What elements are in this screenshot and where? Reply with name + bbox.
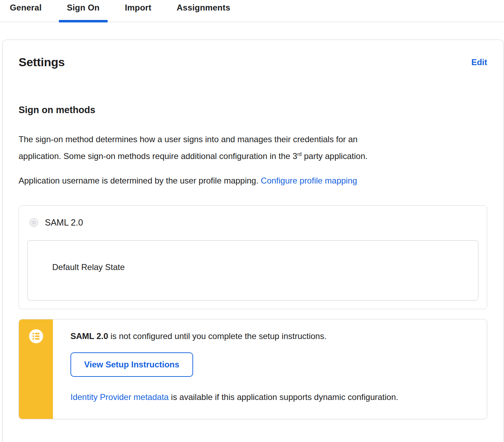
default-relay-state-label: Default Relay State: [52, 262, 125, 272]
configure-profile-mapping-link[interactable]: Configure profile mapping: [261, 176, 357, 185]
description-line2-start: application. Some sign-on methods requir…: [19, 151, 297, 161]
saml-radio-button[interactable]: [29, 218, 38, 227]
username-note: Application username is determined by th…: [19, 172, 487, 189]
saml-option-box: SAML 2.0 Default Relay State: [19, 205, 487, 309]
sign-on-methods-heading: Sign on methods: [19, 105, 487, 116]
warning-app-name: SAML 2.0: [70, 331, 108, 341]
tab-bar: General Sign On Import Assignments: [0, 0, 504, 22]
bullet-list-icon: [29, 329, 43, 343]
settings-card: Settings Edit Sign on methods The sign-o…: [2, 40, 504, 442]
description-line1: The sign-on method determines how a user…: [19, 134, 357, 144]
view-setup-instructions-button[interactable]: View Setup Instructions: [70, 352, 193, 377]
edit-button[interactable]: Edit: [471, 57, 487, 67]
tab-assignments[interactable]: Assignments: [169, 0, 238, 22]
warning-banner-stripe: [19, 319, 53, 419]
warning-banner-content: SAML 2.0 is not configured until you com…: [53, 319, 487, 419]
metadata-note: Identity Provider metadata is available …: [70, 392, 473, 403]
saml-radio-row: SAML 2.0: [27, 217, 478, 228]
tab-import[interactable]: Import: [117, 0, 159, 22]
metadata-note-text: is available if this application support…: [169, 392, 398, 402]
description-line2-end: party application.: [302, 151, 368, 161]
identity-provider-metadata-link[interactable]: Identity Provider metadata: [70, 392, 169, 402]
settings-card-header: Settings Edit: [19, 55, 487, 69]
sign-on-method-description: The sign-on method determines how a user…: [19, 131, 487, 165]
default-relay-state-fieldset: Default Relay State: [27, 240, 478, 301]
username-note-text: Application username is determined by th…: [19, 176, 261, 185]
saml-setup-warning-banner: SAML 2.0 is not configured until you com…: [19, 319, 487, 419]
saml-radio-label: SAML 2.0: [45, 217, 83, 228]
ordinal-superscript: rd: [297, 151, 301, 157]
tab-general[interactable]: General: [2, 0, 50, 22]
tab-sign-on[interactable]: Sign On: [59, 0, 108, 22]
page-title: Settings: [19, 55, 65, 69]
warning-banner-message: SAML 2.0 is not configured until you com…: [70, 331, 473, 342]
warning-message-text: is not configured until you complete the…: [108, 331, 327, 341]
